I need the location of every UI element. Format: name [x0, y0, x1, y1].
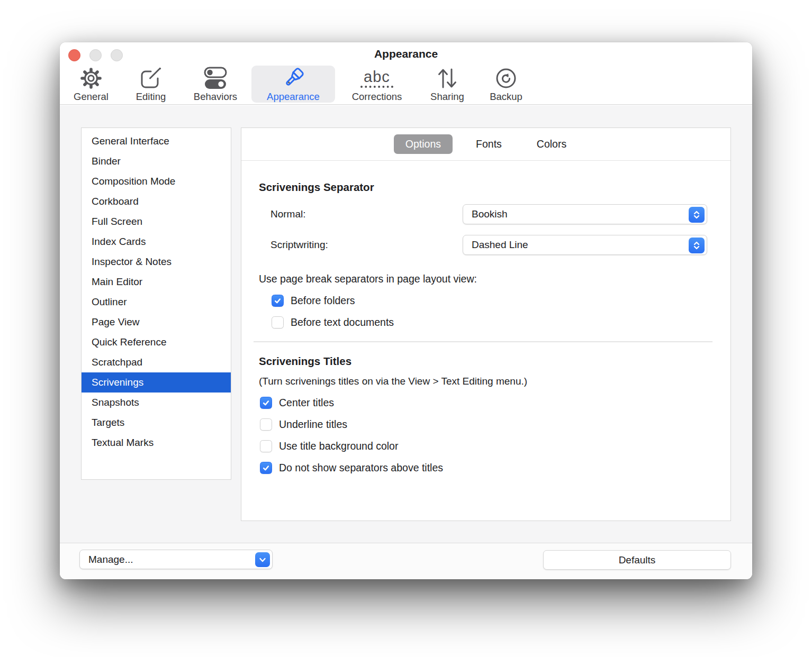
- section-title-scrivenings-titles: Scrivenings Titles: [259, 355, 707, 368]
- tab-colors[interactable]: Colors: [525, 134, 578, 154]
- preferences-window: Appearance: [60, 42, 752, 579]
- manage-dropdown[interactable]: Manage...: [79, 550, 273, 569]
- toggles-icon: [202, 66, 229, 91]
- titles-note: (Turn scrivenings titles on via the View…: [259, 376, 707, 387]
- checkbox-checked[interactable]: [260, 397, 272, 409]
- checkbox-before-text-documents[interactable]: Before text documents: [272, 316, 707, 328]
- sidebar-item-snapshots[interactable]: Snapshots: [82, 393, 231, 413]
- gear-icon: [79, 66, 103, 91]
- sidebar-item-scratchpad[interactable]: Scratchpad: [82, 352, 231, 372]
- sidebar-item-textual-marks[interactable]: Textual Marks: [82, 433, 231, 453]
- normal-separator-row: Normal: Bookish: [259, 204, 707, 224]
- chevron-down-icon: [255, 552, 270, 567]
- dotted-underline: [360, 86, 393, 88]
- scriptwriting-separator-select[interactable]: Dashed Line: [463, 235, 707, 255]
- section-divider: [254, 341, 712, 342]
- sidebar-item-targets[interactable]: Targets: [82, 413, 231, 433]
- toolbar-label: Appearance: [267, 91, 320, 103]
- toolbar-item-general[interactable]: General: [67, 66, 115, 103]
- section-title-scrivenings-separator: Scrivenings Separator: [259, 181, 707, 194]
- footer-bar: Manage... Defaults: [60, 543, 752, 579]
- pencil-square-icon: [139, 66, 163, 91]
- paintbrush-icon: [280, 66, 306, 91]
- window-title: Appearance: [60, 48, 752, 60]
- up-down-arrows-icon: [435, 66, 459, 91]
- toolbar-label: Editing: [136, 91, 166, 103]
- content-area: General InterfaceBinderComposition ModeC…: [60, 105, 752, 543]
- sidebar-item-composition-mode[interactable]: Composition Mode: [82, 171, 231, 191]
- checkbox-underline-titles[interactable]: Underline titles: [260, 418, 707, 431]
- sidebar-item-scrivenings[interactable]: Scrivenings: [82, 372, 231, 393]
- toolbar-item-sharing[interactable]: Sharing: [421, 66, 474, 103]
- checkbox-checked[interactable]: [260, 462, 272, 474]
- sidebar-item-general-interface[interactable]: General Interface: [82, 131, 231, 151]
- titlebar: Appearance: [60, 42, 752, 105]
- toolbar-label: Sharing: [430, 91, 464, 103]
- checkbox-use-title-background-color[interactable]: Use title background color: [260, 440, 707, 452]
- sidebar-item-main-editor[interactable]: Main Editor: [82, 272, 231, 292]
- checkbox-label: Center titles: [279, 397, 334, 409]
- toolbar-item-behaviors[interactable]: Behaviors: [184, 66, 247, 103]
- toolbar-item-corrections[interactable]: abc Corrections: [338, 66, 416, 103]
- checkbox-unchecked[interactable]: [260, 440, 272, 452]
- toolbar-label: General: [74, 91, 109, 103]
- checkbox-label: Before text documents: [291, 316, 394, 328]
- titles-checkbox-group: Center titlesUnderline titlesUse title b…: [259, 397, 707, 474]
- sidebar-item-quick-reference[interactable]: Quick Reference: [82, 332, 231, 352]
- manage-label: Manage...: [80, 554, 133, 565]
- checkbox-label: Use title background color: [279, 440, 398, 452]
- tab-bar: Options Fonts Colors: [241, 128, 730, 161]
- toolbar-item-appearance[interactable]: Appearance: [251, 66, 335, 103]
- sidebar-item-inspector-notes[interactable]: Inspector & Notes: [82, 252, 231, 272]
- selected-value: Dashed Line: [463, 239, 528, 251]
- sidebar-item-page-view[interactable]: Page View: [82, 312, 231, 332]
- selected-value: Bookish: [463, 208, 508, 220]
- abc-dotted-icon: abc: [360, 66, 393, 91]
- checkbox-unchecked[interactable]: [272, 316, 284, 328]
- checkbox-label: Before folders: [291, 295, 355, 307]
- toolbar-label: Behaviors: [194, 91, 237, 103]
- checkbox-checked[interactable]: [272, 295, 284, 307]
- checkbox-unchecked[interactable]: [260, 418, 272, 431]
- checkbox-do-not-show-separators-above-titles[interactable]: Do not show separators above titles: [260, 462, 707, 474]
- page-break-checkbox-group: Before foldersBefore text documents: [259, 295, 707, 328]
- toolbar-item-backup[interactable]: Backup: [480, 66, 533, 103]
- sidebar-item-index-cards[interactable]: Index Cards: [82, 232, 231, 252]
- scriptwriting-separator-row: Scriptwriting: Dashed Line: [259, 235, 707, 255]
- sidebar-item-binder[interactable]: Binder: [82, 151, 231, 171]
- tab-options[interactable]: Options: [394, 134, 453, 154]
- sidebar-item-corkboard[interactable]: Corkboard: [82, 191, 231, 212]
- chevron-up-down-icon: [689, 207, 705, 223]
- toolbar-item-editing[interactable]: Editing: [127, 66, 175, 103]
- checkbox-label: Do not show separators above titles: [279, 462, 443, 474]
- tab-fonts[interactable]: Fonts: [464, 134, 513, 154]
- defaults-button[interactable]: Defaults: [543, 550, 731, 570]
- screen: Appearance: [0, 0, 812, 657]
- page-break-group-label: Use page break separators in page layout…: [259, 273, 707, 285]
- defaults-label: Defaults: [619, 554, 656, 566]
- counterclockwise-arrow-icon: [494, 66, 518, 91]
- toolbar-label: Corrections: [352, 91, 402, 103]
- checkbox-center-titles[interactable]: Center titles: [260, 397, 707, 409]
- options-panel: Options Fonts Colors Scrivenings Separat…: [241, 127, 731, 521]
- chevron-up-down-icon: [689, 238, 705, 253]
- checkbox-label: Underline titles: [279, 418, 347, 431]
- sidebar-item-full-screen[interactable]: Full Screen: [82, 212, 231, 232]
- checkbox-before-folders[interactable]: Before folders: [272, 295, 707, 307]
- normal-label: Normal:: [270, 208, 306, 220]
- sidebar-item-outliner[interactable]: Outliner: [82, 292, 231, 312]
- scriptwriting-label: Scriptwriting:: [270, 239, 328, 251]
- toolbar-label: Backup: [490, 91, 522, 103]
- sidebar-list: General InterfaceBinderComposition ModeC…: [81, 127, 231, 480]
- normal-separator-select[interactable]: Bookish: [463, 204, 707, 224]
- abc-glyph: abc: [364, 69, 390, 85]
